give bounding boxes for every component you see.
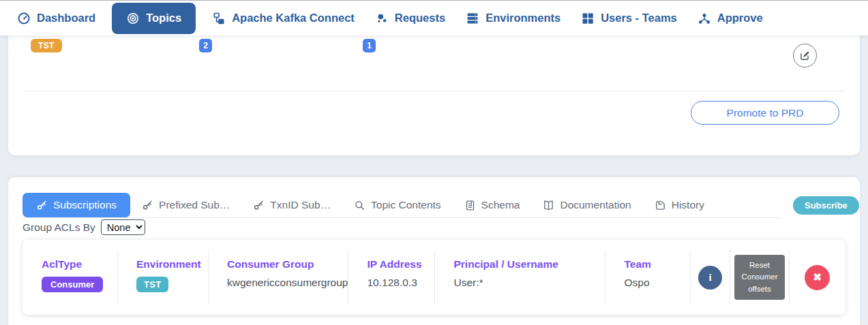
nav-item-approve[interactable]: Approve bbox=[687, 1, 773, 36]
history-icon bbox=[655, 200, 666, 211]
tab-history[interactable]: History bbox=[643, 193, 716, 217]
cell-delete-action: ✖ bbox=[789, 240, 845, 315]
nav-item-label: Requests bbox=[395, 12, 445, 25]
tab-label: Topic Contents bbox=[371, 199, 441, 211]
cell-reset-action: Reset Consumer offsets bbox=[730, 240, 789, 315]
nav-item-environments[interactable]: Environments bbox=[455, 1, 571, 36]
team-value: Ospo bbox=[624, 277, 690, 289]
target-icon bbox=[126, 12, 140, 25]
dots-icon bbox=[375, 12, 389, 25]
sitemap-icon bbox=[212, 12, 226, 25]
grid-icon bbox=[581, 12, 595, 25]
server-icon bbox=[466, 12, 479, 25]
nav-item-label: Users - Teams bbox=[601, 12, 677, 25]
acl-type-badge: Consumer bbox=[42, 277, 103, 292]
acl-table-row: AclType Consumer Environment TST Consume… bbox=[23, 240, 845, 315]
environment-badge: TST bbox=[31, 39, 62, 52]
cell-team: Team Ospo bbox=[605, 240, 690, 315]
tab-documentation[interactable]: Documentation bbox=[531, 193, 642, 217]
group-acls-label: Group ACLs By bbox=[23, 221, 95, 234]
principal-value: User:* bbox=[453, 277, 605, 289]
cell-environment: Environment TST bbox=[117, 240, 208, 315]
card-divider bbox=[23, 91, 845, 91]
group-acls-control: Group ACLs By None bbox=[23, 219, 145, 235]
close-icon: ✖ bbox=[813, 271, 822, 283]
subscriptions-card: Subscriptions Prefixed Sub… TxnID Sub… T… bbox=[8, 177, 860, 325]
tab-subscriptions[interactable]: Subscriptions bbox=[23, 193, 130, 217]
top-navigation: Dashboard Topics Apache Kafka Connect Re… bbox=[0, 0, 868, 35]
share-nodes-icon bbox=[698, 12, 711, 25]
info-icon: i bbox=[708, 272, 711, 283]
nav-item-users-teams[interactable]: Users - Teams bbox=[571, 1, 687, 36]
promote-to-prd-button[interactable]: Promote to PRD bbox=[691, 101, 839, 125]
column-header-consumer-group: Consumer Group bbox=[227, 258, 348, 270]
file-icon bbox=[464, 200, 476, 211]
nav-item-label: Apache Kafka Connect bbox=[232, 12, 355, 25]
topic-summary-card: TST 2 1 Promote to PRD bbox=[8, 35, 860, 155]
gauge-icon bbox=[17, 12, 31, 25]
tab-label: History bbox=[672, 199, 704, 211]
book-icon bbox=[543, 200, 554, 211]
partitions-count-badge: 2 bbox=[199, 39, 212, 52]
tab-topic-contents[interactable]: Topic Contents bbox=[342, 193, 453, 217]
search-icon bbox=[354, 200, 365, 211]
tab-label: Schema bbox=[481, 199, 520, 211]
key-icon bbox=[36, 200, 48, 211]
nav-item-dashboard[interactable]: Dashboard bbox=[7, 1, 106, 36]
cell-ip-address: IP Address 10.128.0.3 bbox=[348, 240, 434, 315]
group-acls-select[interactable]: None bbox=[101, 219, 145, 235]
column-header-team: Team bbox=[624, 258, 690, 270]
nav-item-label: Approve bbox=[717, 12, 763, 25]
nav-item-topics[interactable]: Topics bbox=[112, 3, 196, 34]
tab-txnid-subs[interactable]: TxnID Sub… bbox=[241, 193, 342, 217]
tab-label: Documentation bbox=[560, 199, 631, 211]
nav-item-label: Environments bbox=[485, 12, 560, 25]
acl-info-button[interactable]: i bbox=[698, 266, 722, 290]
subscribe-button[interactable]: Subscribe bbox=[793, 196, 859, 215]
tab-label: Prefixed Sub… bbox=[159, 199, 230, 211]
cell-principal: Principal / Username User:* bbox=[434, 240, 605, 315]
key-icon bbox=[253, 200, 265, 211]
cell-acl-type: AclType Consumer bbox=[23, 240, 117, 315]
environment-badge: TST bbox=[136, 277, 168, 292]
delete-acl-button[interactable]: ✖ bbox=[805, 265, 830, 290]
nav-item-requests[interactable]: Requests bbox=[365, 1, 455, 36]
tab-prefixed-subs[interactable]: Prefixed Sub… bbox=[130, 193, 241, 217]
column-header-ip-address: IP Address bbox=[367, 258, 434, 270]
column-header-principal: Principal / Username bbox=[453, 258, 605, 270]
consumer-group-value: kwgenericconsumergroup bbox=[227, 277, 348, 289]
ip-address-value: 10.128.0.3 bbox=[367, 277, 434, 289]
reset-consumer-offsets-button[interactable]: Reset Consumer offsets bbox=[734, 255, 785, 300]
edit-topic-button[interactable] bbox=[793, 44, 817, 67]
subscriptions-tabstrip: Subscriptions Prefixed Sub… TxnID Sub… T… bbox=[23, 193, 781, 218]
nav-item-kafka-connect[interactable]: Apache Kafka Connect bbox=[202, 1, 365, 36]
cell-info-action: i bbox=[690, 240, 730, 315]
column-header-environment: Environment bbox=[136, 258, 208, 270]
nav-item-label: Topics bbox=[146, 12, 181, 25]
replication-count-badge: 1 bbox=[363, 39, 376, 52]
tab-label: TxnID Sub… bbox=[270, 199, 331, 211]
nav-item-label: Dashboard bbox=[37, 12, 95, 25]
column-header-acltype: AclType bbox=[42, 258, 117, 270]
tab-label: Subscriptions bbox=[53, 199, 117, 211]
cell-consumer-group: Consumer Group kwgenericconsumergroup bbox=[208, 240, 348, 315]
key-icon bbox=[142, 200, 153, 211]
edit-icon bbox=[799, 50, 811, 61]
tab-schema[interactable]: Schema bbox=[453, 193, 532, 217]
